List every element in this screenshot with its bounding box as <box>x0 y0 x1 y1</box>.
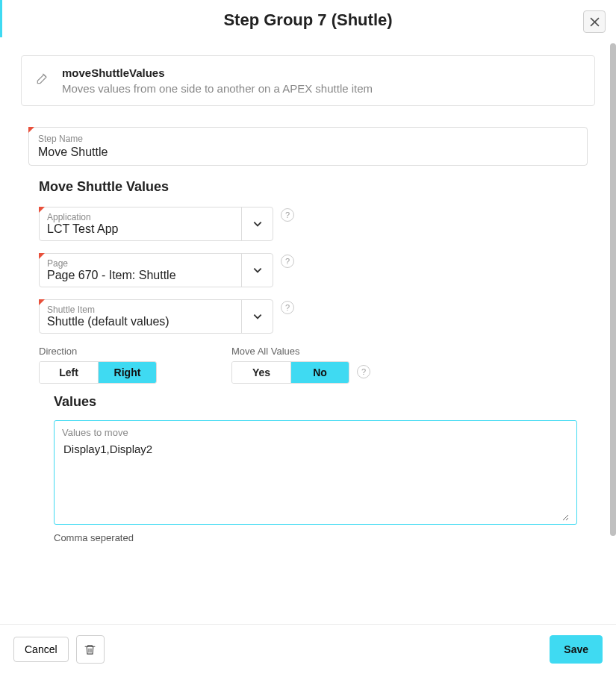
shuttle-item-help-icon[interactable]: ? <box>281 301 294 314</box>
direction-label: Direction <box>39 346 157 357</box>
modal-header: Step Group 7 (Shutle) <box>0 0 616 37</box>
step-name-label: Step Name <box>38 134 578 144</box>
application-label: Application <box>47 212 234 222</box>
chevron-down-icon <box>252 265 263 275</box>
move-all-group: Move All Values Yes No ? <box>231 346 370 384</box>
page-dropdown-button[interactable] <box>241 254 273 287</box>
direction-left-button[interactable]: Left <box>40 362 98 383</box>
page-row: Page Page 670 - Item: Shuttle ? <box>39 253 588 287</box>
page-value: Page 670 - Item: Shuttle <box>47 269 234 282</box>
direction-group: Direction Left Right <box>39 346 157 384</box>
direction-toggle: Left Right <box>39 361 157 384</box>
shuttle-item-select[interactable]: Shuttle Item Shuttle (default values) <box>39 299 273 334</box>
save-button[interactable]: Save <box>550 635 603 664</box>
trash-icon <box>84 643 96 656</box>
page-select[interactable]: Page Page 670 - Item: Shuttle <box>39 253 273 287</box>
move-all-no-button[interactable]: No <box>290 362 349 383</box>
delete-button[interactable] <box>76 635 105 664</box>
cancel-button[interactable]: Cancel <box>13 637 69 662</box>
step-type-title: moveShuttleValues <box>62 66 373 79</box>
form-region: Step Name Move Shuttle Values Applicatio… <box>21 127 595 543</box>
shuttle-item-dropdown-button[interactable] <box>241 300 273 333</box>
shuttle-item-value: Shuttle (default values) <box>47 315 234 328</box>
application-value: LCT Test App <box>47 222 234 236</box>
pencil-icon[interactable] <box>35 71 50 88</box>
close-button[interactable] <box>583 10 606 33</box>
application-row: Application LCT Test App ? <box>39 207 588 241</box>
application-help-icon[interactable]: ? <box>281 208 294 222</box>
values-helper: Comma seperated <box>54 532 577 543</box>
application-dropdown-button[interactable] <box>241 207 273 240</box>
modal-footer: Cancel Save <box>0 624 616 674</box>
toggle-row: Direction Left Right Move All Values Yes… <box>39 346 588 384</box>
step-type-text: moveShuttleValues Moves values from one … <box>62 66 373 95</box>
shuttle-item-row: Shuttle Item Shuttle (default values) ? <box>39 299 588 334</box>
modal-body: moveShuttleValues Moves values from one … <box>0 37 616 624</box>
step-name-field[interactable]: Step Name <box>28 127 588 166</box>
move-all-yes-button[interactable]: Yes <box>232 362 290 383</box>
chevron-down-icon <box>252 311 263 322</box>
shuttle-item-label: Shuttle Item <box>47 305 234 315</box>
page-help-icon[interactable]: ? <box>281 255 294 268</box>
values-heading: Values <box>54 394 588 410</box>
modal-dialog: Step Group 7 (Shutle) moveShuttleValues … <box>0 0 616 674</box>
page-label: Page <box>47 258 234 269</box>
step-type-card: moveShuttleValues Moves values from one … <box>21 55 595 106</box>
section-heading: Move Shuttle Values <box>39 179 588 195</box>
values-label: Values to move <box>62 427 569 438</box>
close-icon <box>590 17 600 27</box>
move-all-label: Move All Values <box>231 346 349 357</box>
chevron-down-icon <box>252 219 263 229</box>
values-textarea-wrap[interactable]: Values to move <box>54 420 577 525</box>
modal-title: Step Group 7 (Shutle) <box>223 10 392 30</box>
application-select[interactable]: Application LCT Test App <box>39 207 273 241</box>
values-input[interactable] <box>62 441 569 521</box>
move-all-help-icon[interactable]: ? <box>357 365 370 378</box>
step-name-input[interactable] <box>38 146 578 159</box>
move-all-toggle: Yes No <box>231 361 349 384</box>
step-type-description: Moves values from one side to another on… <box>62 82 373 95</box>
direction-right-button[interactable]: Right <box>98 362 156 383</box>
